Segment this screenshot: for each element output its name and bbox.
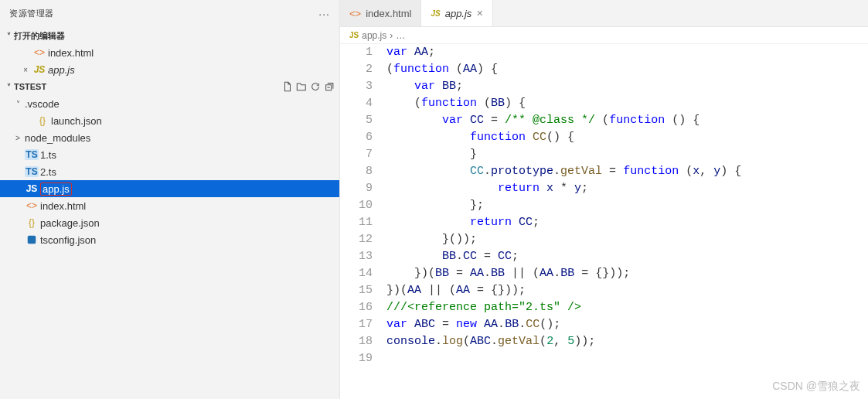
line-number: 8 — [340, 163, 373, 180]
code-line[interactable]: var AA; — [386, 44, 868, 61]
file-name: .vscode — [25, 98, 60, 110]
open-editors-label: 打开的编辑器 — [14, 30, 65, 42]
js-icon: JS — [349, 31, 359, 39]
line-number: 16 — [340, 299, 373, 316]
code-content[interactable]: var AA;(function (AA) { var BB; (functio… — [386, 44, 868, 399]
project-title: TSTEST — [14, 82, 46, 91]
line-gutter: 12345678910111213141516171819 — [340, 44, 386, 399]
line-number: 1 — [340, 44, 373, 61]
code-line[interactable]: (function (BB) { — [386, 95, 868, 112]
json-icon: {} — [36, 115, 49, 126]
more-actions-icon[interactable]: ··· — [318, 8, 330, 20]
open-editors-list: <>index.html×JSapp.js — [0, 44, 339, 78]
code-line[interactable]: BB.CC = CC; — [386, 248, 868, 265]
line-number: 14 — [340, 265, 373, 282]
tree-item[interactable]: tsconfig.json — [0, 231, 339, 248]
chevron-down-icon: ˅ — [3, 83, 14, 91]
code-line[interactable]: ///<reference path="2.ts" /> — [386, 299, 868, 316]
ts-icon: TS — [25, 149, 39, 160]
code-line[interactable] — [386, 350, 868, 367]
tab-label: index.html — [366, 8, 411, 19]
breadcrumb-file: app.js — [362, 30, 386, 41]
file-name: index.html — [48, 47, 94, 59]
line-number: 4 — [340, 95, 373, 112]
open-editor-item[interactable]: ×JSapp.js — [0, 61, 339, 78]
code-line[interactable]: var CC = /** @class */ (function () { — [386, 112, 868, 129]
code-line[interactable]: CC.prototype.getVal = function (x, y) { — [386, 163, 868, 180]
project-section[interactable]: ˅ TSTEST — [0, 78, 339, 95]
tree-item[interactable]: JSapp.js — [0, 180, 339, 197]
line-number: 3 — [340, 78, 373, 95]
file-name: index.html — [40, 200, 86, 212]
code-line[interactable]: }()); — [386, 231, 868, 248]
code-line[interactable]: console.log(ABC.getVal(2, 5)); — [386, 333, 868, 350]
tree-item[interactable]: TS1.ts — [0, 146, 339, 163]
code-line[interactable]: }; — [386, 197, 868, 214]
svg-rect-0 — [28, 236, 36, 244]
explorer-header: 资源管理器 ··· — [0, 0, 339, 27]
file-name: app.js — [48, 64, 75, 76]
tree-item[interactable]: {}launch.json — [0, 112, 339, 129]
line-number: 5 — [340, 112, 373, 129]
file-name: 2.ts — [40, 166, 56, 178]
refresh-icon[interactable] — [308, 81, 322, 92]
tree-item[interactable]: TS2.ts — [0, 163, 339, 180]
line-number: 6 — [340, 129, 373, 146]
line-number: 2 — [340, 61, 373, 78]
line-number: 12 — [340, 231, 373, 248]
js-icon: JS — [32, 64, 46, 75]
chevron-icon: > — [11, 134, 25, 142]
line-number: 11 — [340, 214, 373, 231]
code-line[interactable]: var BB; — [386, 78, 868, 95]
code-line[interactable]: return x * y; — [386, 180, 868, 197]
tree-item[interactable]: ˅.vscode — [0, 95, 339, 112]
line-number: 15 — [340, 282, 373, 299]
new-folder-icon[interactable] — [294, 81, 308, 92]
editor-tab[interactable]: JSapp.js× — [421, 0, 492, 26]
file-name: package.json — [40, 217, 100, 229]
code-line[interactable]: } — [386, 146, 868, 163]
code-line[interactable]: (function (AA) { — [386, 61, 868, 78]
code-line[interactable]: return CC; — [386, 214, 868, 231]
explorer-title: 资源管理器 — [9, 8, 318, 19]
tree-item[interactable]: {}package.json — [0, 214, 339, 231]
file-name: 1.ts — [40, 149, 56, 161]
line-number: 7 — [340, 146, 373, 163]
close-icon[interactable]: × — [19, 66, 32, 74]
code-line[interactable]: })(AA || (AA = {})); — [386, 282, 868, 299]
close-icon[interactable]: × — [476, 7, 482, 19]
line-number: 17 — [340, 316, 373, 333]
open-editor-item[interactable]: <>index.html — [0, 44, 339, 61]
js-icon: JS — [431, 9, 440, 18]
code-line[interactable]: })(BB = AA.BB || (AA.BB = {})); — [386, 265, 868, 282]
code-editor[interactable]: 12345678910111213141516171819 var AA;(fu… — [340, 44, 868, 399]
file-name: app.js — [40, 182, 72, 196]
code-line[interactable]: function CC() { — [386, 129, 868, 146]
open-editors-section[interactable]: ˅ 打开的编辑器 — [0, 27, 339, 44]
html-icon: <> — [349, 8, 361, 19]
tree-item[interactable]: <>index.html — [0, 197, 339, 214]
new-file-icon[interactable] — [281, 81, 294, 92]
editor-tab[interactable]: <>index.html — [340, 0, 421, 26]
breadcrumb[interactable]: JS app.js › … — [340, 27, 868, 44]
collapse-all-icon[interactable] — [322, 81, 336, 92]
editor-area: <>index.htmlJSapp.js× JS app.js › … 1234… — [340, 0, 868, 399]
line-number: 9 — [340, 180, 373, 197]
ts-icon: TS — [25, 166, 39, 177]
watermark: CSDN @雪狼之夜 — [772, 377, 860, 394]
js-icon: JS — [25, 183, 39, 194]
file-tree: ˅.vscode{}launch.json>node_modulesTS1.ts… — [0, 95, 339, 248]
file-name: node_modules — [25, 132, 90, 144]
line-number: 18 — [340, 333, 373, 350]
breadcrumb-sep: › — [390, 30, 393, 41]
tab-label: app.js — [445, 8, 472, 19]
breadcrumb-tail: … — [396, 30, 405, 41]
json-icon: {} — [25, 217, 39, 228]
file-name: tsconfig.json — [40, 234, 96, 246]
code-line[interactable]: var ABC = new AA.BB.CC(); — [386, 316, 868, 333]
html-icon: <> — [32, 47, 46, 58]
chevron-down-icon: ˅ — [3, 32, 14, 40]
file-name: launch.json — [51, 115, 102, 127]
tree-item[interactable]: >node_modules — [0, 129, 339, 146]
tsconfig-icon — [25, 234, 39, 245]
